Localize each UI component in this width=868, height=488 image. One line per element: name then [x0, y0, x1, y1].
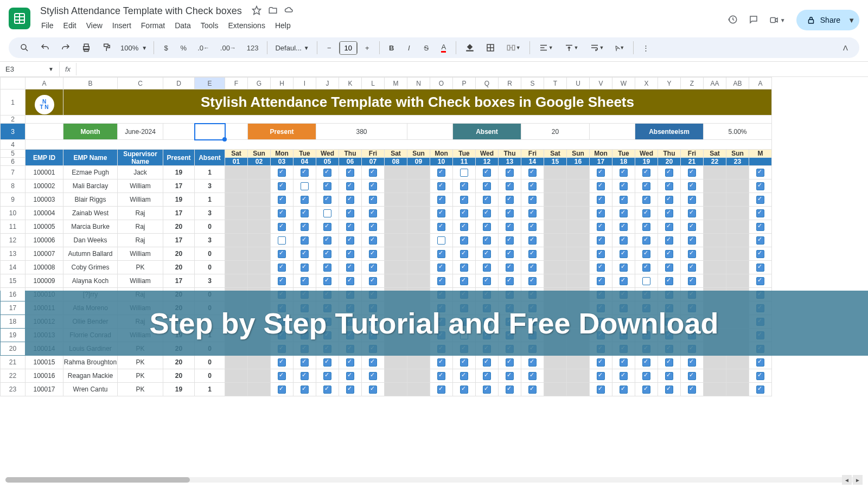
- checkbox-cell[interactable]: [635, 369, 658, 383]
- checkbox-cell[interactable]: [453, 179, 476, 193]
- checkbox-checked-icon[interactable]: [597, 386, 605, 394]
- row-header[interactable]: 13: [1, 247, 25, 261]
- weekend-cell[interactable]: [567, 220, 590, 234]
- weekend-cell[interactable]: [704, 193, 726, 207]
- checkbox-checked-icon[interactable]: [437, 182, 445, 190]
- absent-count[interactable]: 3: [195, 234, 225, 247]
- checkbox-cell[interactable]: [590, 369, 612, 383]
- checkbox-checked-icon[interactable]: [323, 182, 331, 190]
- checkbox-cell[interactable]: [590, 179, 612, 193]
- checkbox-cell[interactable]: [453, 220, 476, 234]
- weekend-cell[interactable]: [248, 234, 271, 247]
- checkbox-checked-icon[interactable]: [528, 277, 537, 285]
- checkbox-checked-icon[interactable]: [506, 277, 514, 285]
- select-all-cell[interactable]: [1, 78, 25, 89]
- checkbox-cell[interactable]: [658, 261, 681, 274]
- col-header[interactable]: Z: [681, 78, 704, 89]
- checkbox-cell[interactable]: [339, 261, 362, 274]
- checkbox-unchecked-icon[interactable]: [323, 209, 331, 217]
- checkbox-cell[interactable]: [316, 207, 339, 220]
- sheets-logo[interactable]: [9, 8, 30, 29]
- checkbox-cell[interactable]: [316, 383, 339, 396]
- checkbox-checked-icon[interactable]: [301, 169, 309, 177]
- checkbox-checked-icon[interactable]: [506, 372, 514, 380]
- checkbox-checked-icon[interactable]: [278, 209, 286, 217]
- checkbox-checked-icon[interactable]: [528, 223, 537, 231]
- checkbox-checked-icon[interactable]: [642, 236, 650, 245]
- weekend-cell[interactable]: [704, 383, 726, 396]
- checkbox-cell[interactable]: [499, 193, 521, 207]
- checkbox-checked-icon[interactable]: [688, 250, 696, 258]
- checkbox-checked-icon[interactable]: [323, 264, 331, 272]
- checkbox-cell[interactable]: [612, 220, 635, 234]
- checkbox-cell[interactable]: [658, 179, 681, 193]
- checkbox-cell[interactable]: [499, 220, 521, 234]
- weekend-cell[interactable]: [407, 234, 430, 247]
- checkbox-cell[interactable]: [612, 234, 635, 247]
- checkbox-cell[interactable]: [612, 274, 635, 288]
- checkbox-cell[interactable]: [339, 193, 362, 207]
- doc-title[interactable]: Stylish Attendance Template with Check b…: [37, 4, 245, 18]
- checkbox-checked-icon[interactable]: [460, 372, 468, 380]
- weekend-cell[interactable]: [407, 220, 430, 234]
- weekend-cell[interactable]: [248, 220, 271, 234]
- checkbox-unchecked-icon[interactable]: [278, 236, 286, 245]
- checkbox-cell[interactable]: [271, 356, 293, 369]
- checkbox-checked-icon[interactable]: [437, 209, 445, 217]
- emp-name[interactable]: Mali Barclay: [63, 179, 118, 193]
- checkbox-cell[interactable]: [430, 261, 453, 274]
- emp-id[interactable]: 100017: [25, 383, 63, 396]
- col-header[interactable]: Y: [658, 78, 681, 89]
- checkbox-cell[interactable]: [339, 234, 362, 247]
- checkbox-cell[interactable]: [430, 247, 453, 261]
- checkbox-cell[interactable]: [271, 261, 293, 274]
- checkbox-checked-icon[interactable]: [278, 386, 286, 394]
- font-select[interactable]: Defaul... ▼: [272, 43, 312, 53]
- checkbox-cell[interactable]: [430, 179, 453, 193]
- checkbox-checked-icon[interactable]: [597, 250, 605, 258]
- checkbox-checked-icon[interactable]: [369, 277, 377, 285]
- absent-count[interactable]: 3: [195, 207, 225, 220]
- checkbox-cell[interactable]: [635, 247, 658, 261]
- supervisor[interactable]: William: [118, 193, 163, 207]
- checkbox-cell[interactable]: [453, 369, 476, 383]
- emp-id[interactable]: 100008: [25, 261, 63, 274]
- checkbox-cell[interactable]: [521, 274, 544, 288]
- checkbox-checked-icon[interactable]: [642, 372, 650, 380]
- present-count[interactable]: 17: [163, 207, 195, 220]
- checkbox-cell[interactable]: [430, 274, 453, 288]
- checkbox-cell[interactable]: [316, 261, 339, 274]
- weekend-cell[interactable]: [385, 207, 407, 220]
- checkbox-cell[interactable]: [590, 261, 612, 274]
- weekend-cell[interactable]: [225, 220, 248, 234]
- emp-id[interactable]: 100005: [25, 220, 63, 234]
- weekend-cell[interactable]: [407, 207, 430, 220]
- checkbox-cell[interactable]: [362, 383, 385, 396]
- col-header[interactable]: T: [544, 78, 567, 89]
- checkbox-checked-icon[interactable]: [369, 358, 377, 367]
- checkbox-checked-icon[interactable]: [483, 250, 491, 258]
- checkbox-cell[interactable]: [316, 234, 339, 247]
- col-header[interactable]: G: [248, 78, 271, 89]
- weekend-cell[interactable]: [248, 179, 271, 193]
- present-count[interactable]: 19: [163, 383, 195, 396]
- weekend-cell[interactable]: [225, 369, 248, 383]
- formula-input[interactable]: [76, 66, 868, 73]
- weekend-cell[interactable]: [385, 179, 407, 193]
- checkbox-checked-icon[interactable]: [528, 264, 537, 272]
- checkbox-cell[interactable]: [430, 166, 453, 179]
- checkbox-cell[interactable]: [590, 207, 612, 220]
- weekend-cell[interactable]: [704, 369, 726, 383]
- checkbox-checked-icon[interactable]: [369, 236, 377, 245]
- checkbox-cell[interactable]: [362, 166, 385, 179]
- checkbox-checked-icon[interactable]: [620, 182, 628, 190]
- checkbox-checked-icon[interactable]: [437, 372, 445, 380]
- checkbox-cell[interactable]: [521, 193, 544, 207]
- weekend-cell[interactable]: [567, 247, 590, 261]
- checkbox-checked-icon[interactable]: [301, 277, 309, 285]
- checkbox-cell[interactable]: [612, 193, 635, 207]
- checkbox-checked-icon[interactable]: [688, 358, 696, 367]
- font-size-input[interactable]: [339, 41, 358, 55]
- checkbox-cell[interactable]: [749, 274, 772, 288]
- checkbox-checked-icon[interactable]: [528, 372, 537, 380]
